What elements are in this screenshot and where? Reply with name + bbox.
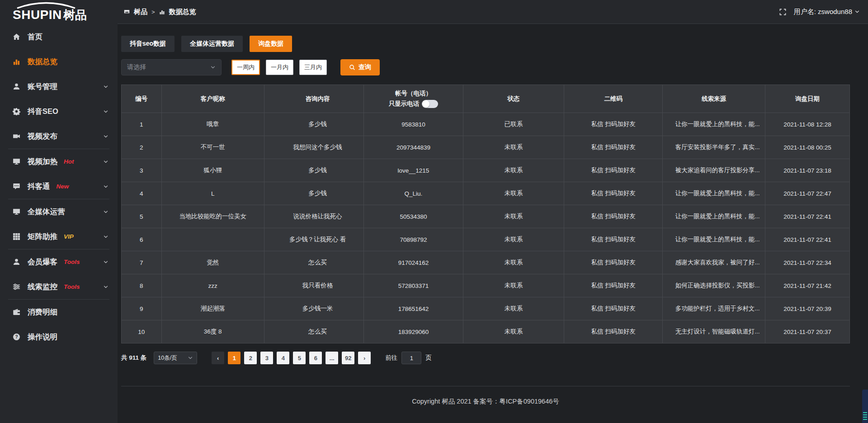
sidebar-item-doukotong[interactable]: 抖客通 New bbox=[0, 174, 118, 199]
chevron-down-icon bbox=[854, 9, 860, 14]
chevron-down-icon bbox=[103, 284, 108, 290]
cell-id: 3 bbox=[122, 159, 162, 182]
cell-qrcode[interactable]: 私信 扫码加好友 bbox=[564, 205, 662, 228]
cell-source[interactable]: 客厅安装投影半年多了，真实... bbox=[662, 136, 765, 159]
cell-date: 2021-11-07 20:37 bbox=[765, 320, 850, 343]
sidebar-item-operation-guide[interactable]: ? 操作说明 bbox=[0, 324, 118, 349]
sidebar-item-video-heat[interactable]: 视频加热 Hot bbox=[0, 149, 118, 174]
user-icon bbox=[12, 83, 21, 90]
grid-icon bbox=[12, 233, 21, 240]
cell-qrcode[interactable]: 私信 扫码加好友 bbox=[564, 251, 662, 274]
cell-qrcode[interactable]: 私信 扫码加好友 bbox=[564, 136, 662, 159]
cell-source[interactable]: 多功能护栏灯，适用于乡村文... bbox=[662, 297, 765, 320]
sidebar-item-account-manage[interactable]: 账号管理 bbox=[0, 74, 118, 99]
cell-date: 2021-11-07 20:39 bbox=[765, 297, 850, 320]
select-placeholder: 请选择 bbox=[127, 63, 146, 71]
cell-nickname: 当地比较能吃的一位美女 bbox=[161, 205, 264, 228]
sidebar-item-label: 会员爆客 bbox=[28, 257, 57, 267]
app-logo: SHUPIN 树品 bbox=[0, 2, 118, 22]
cell-qrcode[interactable]: 私信 扫码加好友 bbox=[564, 159, 662, 182]
page-button-4[interactable]: 4 bbox=[277, 352, 289, 364]
tab-media-operation-data[interactable]: 全媒体运营数据 bbox=[181, 36, 243, 52]
cell-account: 183929060 bbox=[364, 320, 463, 343]
cell-source[interactable]: 让你一眼就爱上的黑科技，能... bbox=[662, 113, 765, 136]
page-ellipsis-button[interactable]: ... bbox=[326, 352, 338, 364]
cell-status: 未联系 bbox=[463, 136, 564, 159]
cell-content: 多少钱一米 bbox=[264, 297, 364, 320]
page-button-3[interactable]: 3 bbox=[260, 352, 273, 364]
sidebar-item-label: 抖客通 bbox=[28, 182, 50, 192]
cell-content: 多少钱？让我死心 看 bbox=[264, 228, 364, 251]
corner-widget[interactable] bbox=[862, 390, 868, 423]
sidebar-item-media-operation[interactable]: 全媒体运营 bbox=[0, 199, 118, 224]
sidebar-item-lead-monitor[interactable]: 线索监控 Tools bbox=[0, 274, 118, 299]
chevron-down-icon bbox=[210, 65, 216, 70]
username-label: 用户名: zswodun88 bbox=[794, 8, 852, 16]
cell-source[interactable]: 无主灯设计，智能磁吸轨道灯... bbox=[662, 320, 765, 343]
cell-status: 未联系 bbox=[463, 205, 564, 228]
cell-source[interactable]: 让你一眼就爱上的黑科技，能... bbox=[662, 182, 765, 205]
sidebar-item-member-baoke[interactable]: 会员爆客 Tools bbox=[0, 249, 118, 274]
breadcrumb-item-home[interactable]: 树品 bbox=[134, 8, 147, 16]
cell-source[interactable]: 如何正确选择投影仪，买投影... bbox=[662, 274, 765, 297]
sidebar-item-video-publish[interactable]: 视频发布 bbox=[0, 124, 118, 149]
wallet-icon bbox=[12, 308, 21, 316]
prev-page-button[interactable]: ‹ bbox=[212, 352, 224, 364]
cell-id: 2 bbox=[122, 136, 162, 159]
cell-qrcode[interactable]: 私信 扫码加好友 bbox=[564, 182, 662, 205]
data-tabs: 抖音seo数据全媒体运营数据询盘数据 bbox=[121, 36, 850, 52]
sidebar-item-home[interactable]: 首页 bbox=[0, 24, 118, 49]
search-button[interactable]: 查询 bbox=[340, 59, 380, 75]
goto-page-input[interactable] bbox=[401, 352, 421, 364]
page-button-5[interactable]: 5 bbox=[293, 352, 306, 364]
cell-source[interactable]: 让你一眼就爱上的黑科技，能... bbox=[662, 228, 765, 251]
page-button-6[interactable]: 6 bbox=[309, 352, 322, 364]
cell-status: 未联系 bbox=[463, 297, 564, 320]
range-button-week[interactable]: 一周内 bbox=[231, 60, 260, 75]
cell-qrcode[interactable]: 私信 扫码加好友 bbox=[564, 228, 662, 251]
footer: Copyright 树品 2021 备案号：粤ICP备09019646号 bbox=[121, 386, 850, 423]
cell-qrcode[interactable]: 私信 扫码加好友 bbox=[564, 320, 662, 343]
sidebar-item-label: 视频加热 bbox=[28, 157, 57, 167]
sidebar-item-consume-detail[interactable]: 消费明细 bbox=[0, 300, 118, 324]
cell-account: 917024162 bbox=[364, 251, 463, 274]
cell-nickname: 潮起潮落 bbox=[161, 297, 264, 320]
col-header-source: 线索来源 bbox=[662, 85, 765, 113]
sidebar-item-matrix-boost[interactable]: 矩阵助推 VIP bbox=[0, 224, 118, 249]
page-button-2[interactable]: 2 bbox=[244, 352, 257, 364]
range-button-month[interactable]: 一月内 bbox=[266, 60, 293, 75]
cell-nickname: L bbox=[161, 182, 264, 205]
next-page-button[interactable]: › bbox=[358, 352, 371, 364]
cell-source[interactable]: 感谢大家喜欢我家，被问了好... bbox=[662, 251, 765, 274]
tab-douyin-seo-data[interactable]: 抖音seo数据 bbox=[121, 36, 175, 52]
fullscreen-icon[interactable] bbox=[779, 8, 787, 16]
cell-qrcode[interactable]: 私信 扫码加好友 bbox=[564, 113, 662, 136]
logo-text-en: SHUPIN bbox=[13, 8, 62, 22]
cell-date: 2021-11-07 23:18 bbox=[765, 159, 850, 182]
cell-qrcode[interactable]: 私信 扫码加好友 bbox=[564, 274, 662, 297]
cell-qrcode[interactable]: 私信 扫码加好友 bbox=[564, 297, 662, 320]
sidebar: 首页 数据总览 账号管理 抖音SEO 视频发布 视频加热 Hot 抖客通 New bbox=[0, 24, 118, 423]
cell-account: 178651642 bbox=[364, 297, 463, 320]
sidebar-item-douyin-seo[interactable]: 抖音SEO bbox=[0, 99, 118, 124]
account-select[interactable]: 请选择 bbox=[121, 59, 222, 75]
range-button-quarter[interactable]: 三月内 bbox=[299, 60, 327, 75]
filter-row: 请选择 一周内一月内三月内 查询 bbox=[121, 59, 850, 75]
page-button-92[interactable]: 92 bbox=[342, 352, 354, 364]
page-button-1[interactable]: 1 bbox=[228, 352, 241, 364]
cell-source[interactable]: 被大家追着问的客厅投影分享... bbox=[662, 159, 765, 182]
page-buttons: 123456...92 bbox=[228, 352, 358, 364]
cell-id: 6 bbox=[122, 228, 162, 251]
tab-inquiry-data[interactable]: 询盘数据 bbox=[250, 36, 292, 52]
sidebar-item-label: 数据总览 bbox=[28, 57, 57, 67]
table-row: 10 36度 8 怎么买 183929060 未联系 私信 扫码加好友 无主灯设… bbox=[122, 320, 850, 343]
chevron-down-icon bbox=[103, 134, 108, 139]
sidebar-item-data-overview[interactable]: 数据总览 bbox=[0, 49, 118, 74]
table-row: 8 zzz 我只看价格 572803371 未联系 私信 扫码加好友 如何正确选… bbox=[122, 274, 850, 297]
col-header-nickname: 客户昵称 bbox=[161, 85, 264, 113]
cell-date: 2021-11-08 00:25 bbox=[765, 136, 850, 159]
cell-source[interactable]: 让你一眼就爱上的黑科技，能... bbox=[662, 205, 765, 228]
user-menu[interactable]: 用户名: zswodun88 bbox=[794, 8, 860, 16]
phone-only-toggle[interactable] bbox=[422, 100, 438, 108]
page-size-select[interactable]: 10条/页 bbox=[154, 352, 197, 364]
